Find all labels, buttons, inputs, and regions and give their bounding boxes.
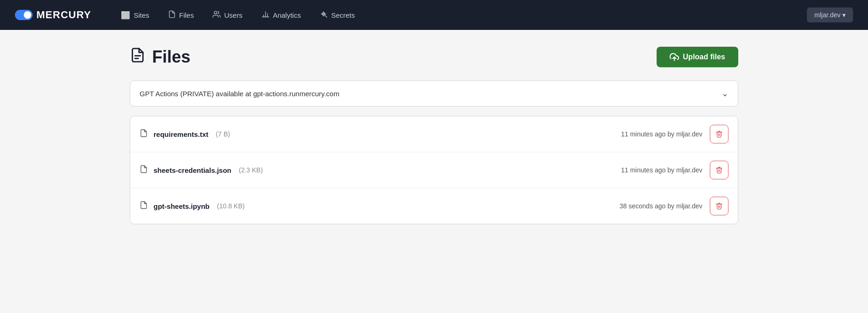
analytics-icon	[261, 10, 270, 20]
svg-point-0	[214, 11, 217, 14]
nav-links: ⬜ Sites Files Users Analytics Secrets	[113, 7, 807, 24]
svg-line-11	[324, 14, 327, 17]
nav-item-secrets[interactable]: Secrets	[312, 7, 363, 24]
logo-area: MERCURY	[15, 9, 91, 21]
file-info: requirements.txt (7 B)	[140, 129, 230, 140]
toggle-icon[interactable]	[15, 10, 33, 20]
file-doc-icon	[140, 129, 148, 140]
delete-button[interactable]	[710, 125, 728, 143]
file-timestamp: 38 seconds ago by mljar.dev	[620, 202, 702, 210]
table-row: sheets-credentials.json (2.3 KB) 11 minu…	[130, 152, 738, 188]
navbar: MERCURY ⬜ Sites Files Users Analytics	[0, 0, 868, 30]
upload-icon	[670, 52, 679, 62]
file-name: requirements.txt	[154, 130, 209, 138]
file-info: gpt-sheets.ipynb (10.8 KB)	[140, 201, 245, 212]
file-name: sheets-credentials.json	[154, 166, 231, 174]
gpt-banner-text: GPT Actions (PRIVATE) available at gpt-a…	[140, 90, 339, 98]
files-page-icon	[130, 47, 146, 67]
files-list: requirements.txt (7 B) 11 minutes ago by…	[130, 116, 738, 224]
file-timestamp: 11 minutes ago by mljar.dev	[621, 166, 702, 174]
page-title-area: Files	[130, 47, 190, 67]
file-actions: 11 minutes ago by mljar.dev	[621, 125, 728, 143]
file-doc-icon	[140, 165, 148, 176]
page-title: Files	[152, 47, 190, 67]
file-actions: 11 minutes ago by mljar.dev	[621, 161, 728, 179]
delete-button[interactable]	[710, 161, 728, 179]
users-icon	[212, 10, 221, 20]
nav-item-users[interactable]: Users	[205, 7, 250, 24]
chevron-down-icon: ⌄	[721, 88, 728, 99]
table-row: requirements.txt (7 B) 11 minutes ago by…	[130, 116, 738, 152]
main-content: Files Upload files GPT Actions (PRIVATE)…	[107, 30, 761, 241]
upload-files-button[interactable]: Upload files	[657, 47, 738, 67]
gpt-actions-banner[interactable]: GPT Actions (PRIVATE) available at gpt-a…	[130, 80, 738, 107]
nav-item-sites[interactable]: ⬜ Sites	[113, 7, 156, 23]
nav-item-analytics[interactable]: Analytics	[254, 7, 308, 24]
file-actions: 38 seconds ago by mljar.dev	[620, 197, 728, 215]
delete-button[interactable]	[710, 197, 728, 215]
file-size: (2.3 KB)	[239, 166, 263, 174]
file-name: gpt-sheets.ipynb	[154, 202, 210, 210]
table-row: gpt-sheets.ipynb (10.8 KB) 38 seconds ag…	[130, 188, 738, 224]
page-header: Files Upload files	[130, 47, 738, 67]
nav-item-files[interactable]: Files	[161, 7, 202, 24]
trash-icon	[715, 130, 723, 138]
trash-icon	[715, 166, 723, 174]
sites-icon: ⬜	[121, 11, 130, 20]
trash-icon	[715, 202, 723, 210]
files-icon	[168, 10, 176, 20]
user-menu-button[interactable]: mljar.dev ▾	[807, 7, 853, 22]
file-timestamp: 11 minutes ago by mljar.dev	[621, 130, 702, 138]
file-doc-icon	[140, 201, 148, 212]
logo-text: MERCURY	[36, 9, 91, 21]
svg-point-10	[322, 13, 324, 15]
file-info: sheets-credentials.json (2.3 KB)	[140, 165, 263, 176]
secrets-icon	[320, 10, 328, 20]
file-size: (10.8 KB)	[217, 202, 245, 210]
file-size: (7 B)	[216, 130, 230, 138]
